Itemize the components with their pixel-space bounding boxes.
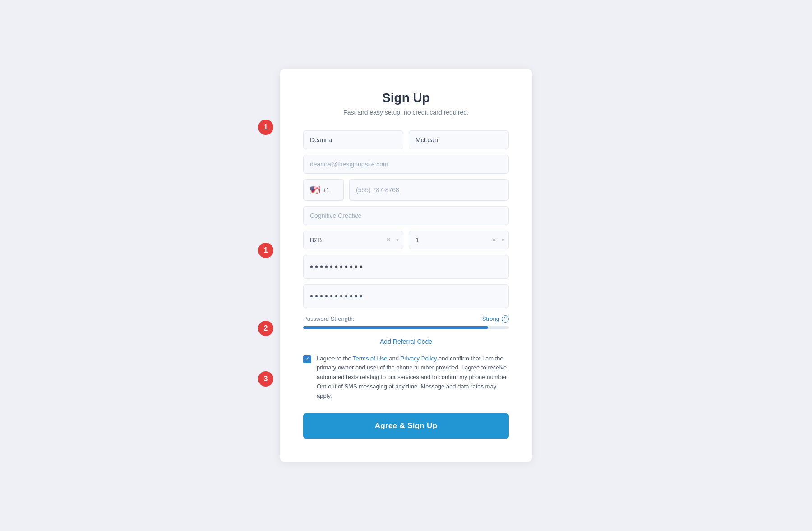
agreement-text: I agree to the Terms of Use and Privacy … [317, 354, 509, 401]
annotation-2: 2 [258, 321, 273, 336]
signup-card: 1 1 2 3 Sign Up Fast and easy setup, no … [280, 69, 532, 462]
annotation-1a: 1 [258, 120, 273, 135]
agreement-row: ✓ I agree to the Terms of Use and Privac… [303, 354, 509, 401]
company-row [303, 206, 509, 225]
phone-prefix-selector[interactable]: 🇺🇸 +1 [303, 179, 344, 201]
annotation-3: 3 [258, 371, 273, 387]
page-subtitle: Fast and easy setup, no credit card requ… [303, 109, 509, 116]
industry-clear-icon[interactable]: ✕ [386, 237, 391, 243]
first-name-input[interactable] [303, 130, 403, 149]
phone-country-code: +1 [323, 186, 330, 194]
email-input[interactable] [303, 155, 509, 174]
select-row: B2B B2C Both ✕ ▾ 1 2-5 6-10 11-25 25+ ✕ … [303, 231, 509, 249]
confirm-password-input[interactable] [303, 284, 509, 308]
annotation-1b: 1 [258, 243, 273, 258]
terms-link[interactable]: Terms of Use [353, 355, 388, 362]
team-size-wrapper: 1 2-5 6-10 11-25 25+ ✕ ▾ [409, 231, 509, 249]
name-row [303, 130, 509, 149]
page-title: Sign Up [303, 91, 509, 105]
password-strength-row: Password Strength: Strong ? [303, 315, 509, 323]
industry-wrapper: B2B B2C Both ✕ ▾ [303, 231, 403, 249]
phone-row: 🇺🇸 +1 [303, 179, 509, 201]
team-size-clear-icon[interactable]: ✕ [492, 237, 496, 243]
strength-bar [303, 326, 488, 329]
us-flag-icon: 🇺🇸 [310, 185, 320, 195]
last-name-input[interactable] [409, 130, 509, 149]
privacy-link[interactable]: Privacy Policy [401, 355, 437, 362]
phone-input[interactable] [349, 179, 509, 201]
referral-code-link[interactable]: Add Referral Code [303, 338, 509, 345]
strength-bar-container [303, 326, 509, 329]
company-input[interactable] [303, 206, 509, 225]
email-row [303, 155, 509, 174]
strength-label: Password Strength: [303, 315, 354, 322]
signup-button[interactable]: Agree & Sign Up [303, 413, 509, 439]
password-input[interactable] [303, 255, 509, 279]
strength-value: Strong ? [482, 315, 509, 323]
strength-info-icon[interactable]: ? [502, 315, 509, 323]
terms-checkbox-wrapper: ✓ [303, 355, 311, 363]
